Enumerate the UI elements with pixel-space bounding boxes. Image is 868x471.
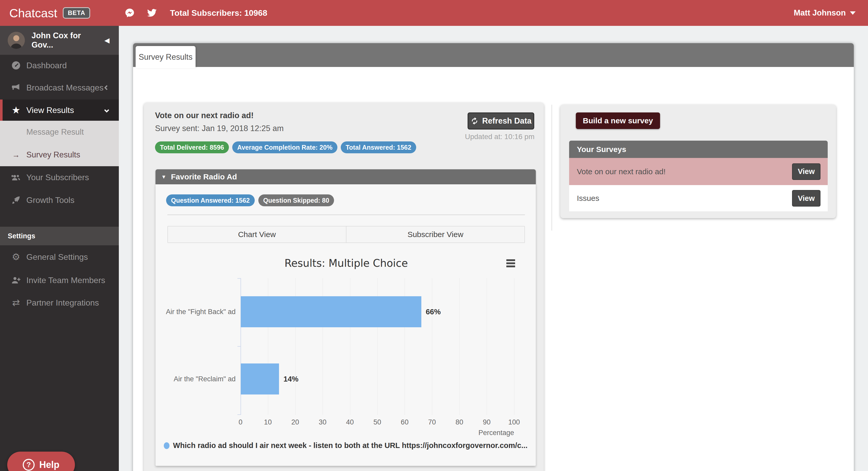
megaphone-icon — [10, 83, 22, 92]
surveys-card: Build a new survey Your Surveys Vote on … — [560, 105, 836, 218]
divider — [167, 214, 525, 215]
star-icon: ★ — [10, 105, 22, 115]
survey-row-label: Vote on our next radio ad! — [577, 167, 666, 176]
x-tick-label: 100 — [508, 418, 520, 426]
column-divider — [552, 105, 552, 231]
legend-marker — [164, 442, 169, 449]
submenu-item-label: Survey Results — [26, 150, 80, 159]
question-panel: ▼ Favorite Radio Ad Question Answered: 1… — [156, 169, 536, 466]
x-tick-label: 60 — [401, 418, 408, 426]
x-tick-label: 10 — [264, 418, 272, 426]
sidebar-item-label: Broadcast Messages — [26, 83, 105, 92]
sidebar-item-label: View Results — [26, 106, 105, 115]
person-plus-icon — [10, 275, 22, 285]
x-axis-ticks: 0102030405060708090100 — [241, 418, 514, 427]
sidebar-item-view-results[interactable]: ★ View Results — [0, 99, 119, 121]
chart-plot-area: Air the "Fight Back" ad66%Air the "Recla… — [241, 278, 514, 415]
question-panel-body: Question Answered: 1562 Question Skipped… — [156, 184, 536, 466]
gridline — [487, 278, 487, 415]
tab-survey-results[interactable]: Survey Results — [135, 46, 195, 68]
messenger-icon[interactable] — [125, 8, 135, 18]
category-label: Air the "Fight Back" ad — [153, 296, 236, 327]
x-tick-label: 50 — [373, 418, 381, 426]
beta-badge: BETA — [63, 7, 90, 19]
badge-total-delivered: Total Delivered: 8596 — [155, 141, 229, 153]
tab-chart-view[interactable]: Chart View — [168, 227, 346, 242]
sidebar-item-label: General Settings — [26, 252, 119, 262]
badge-completion-rate: Average Completion Rate: 20% — [232, 141, 337, 153]
top-bar: Chatcast ··· BETA Total Subscribers: 109… — [0, 0, 868, 26]
surveys-table-header: Your Surveys — [569, 141, 828, 158]
sidebar-item-label: Growth Tools — [26, 196, 119, 205]
x-tick-label: 80 — [456, 418, 463, 426]
sidebar-item-label: Partner Integrations — [26, 298, 119, 307]
app-logo[interactable]: Chatcast ··· BETA — [9, 0, 90, 26]
main-area: Survey Results Vote on our next radio ad… — [119, 26, 868, 471]
submenu-item-label: Message Result — [26, 127, 84, 137]
tab-subscriber-view[interactable]: Subscriber View — [346, 227, 524, 242]
badge-question-skipped: Question Skipped: 80 — [258, 195, 334, 206]
survey-row-label: Issues — [577, 194, 599, 203]
survey-sent-date: Survey sent: Jan 19, 2018 12:25 am — [155, 124, 284, 133]
bar-segment[interactable] — [241, 363, 279, 394]
build-new-survey-button[interactable]: Build a new survey — [576, 113, 660, 129]
y-axis-tick — [238, 278, 241, 279]
survey-row-radio-ad: Vote on our next radio ad! View — [569, 158, 828, 185]
chevron-down-icon — [104, 108, 109, 113]
gear-icon: ⚙ — [10, 252, 22, 262]
chevron-left-icon — [104, 85, 109, 90]
bar-segment[interactable] — [241, 296, 421, 327]
legend-label: Which radio ad should I air next week - … — [173, 441, 528, 450]
sidebar-item-label: Invite Team Members — [26, 275, 119, 285]
view-button[interactable]: View — [792, 164, 820, 180]
x-tick-label: 90 — [483, 418, 491, 426]
sidebar-item-your-subscribers[interactable]: Your Subscribers — [0, 167, 119, 188]
help-button[interactable]: ? Help — [7, 451, 75, 471]
refresh-data-button[interactable]: Refresh Data — [468, 113, 534, 129]
users-icon — [10, 172, 22, 182]
sidebar-item-general-settings[interactable]: ⚙ General Settings — [0, 246, 119, 268]
view-button[interactable]: View — [792, 190, 820, 207]
settings-section-header: Settings — [0, 227, 119, 245]
updated-at: Updated at: 10:16 pm — [443, 133, 534, 141]
y-axis-tick — [238, 414, 241, 415]
submenu-item-survey-results[interactable]: → Survey Results — [0, 144, 119, 166]
view-results-submenu: Message Result → Survey Results — [0, 121, 119, 166]
sidebar-item-dashboard[interactable]: Dashboard — [0, 55, 119, 76]
submenu-item-message-result[interactable]: Message Result — [0, 121, 119, 144]
sidebar-item-label: Dashboard — [26, 61, 119, 70]
question-panel-header[interactable]: ▼ Favorite Radio Ad — [156, 169, 536, 184]
question-title: Favorite Radio Ad — [171, 172, 237, 181]
rocket-icon — [10, 195, 22, 205]
sidebar: John Cox for Gov... ◀ Dashboard Broadcas… — [0, 26, 119, 471]
caret-down-icon — [850, 11, 856, 15]
refresh-icon — [470, 117, 479, 125]
avatar — [8, 32, 25, 49]
user-name: Matt Johnson — [794, 8, 846, 18]
x-tick-label: 20 — [291, 418, 299, 426]
view-toggle: Chart View Subscriber View — [167, 226, 525, 243]
triangle-down-icon: ▼ — [161, 174, 166, 180]
account-switcher[interactable]: John Cox for Gov... ◀ — [0, 26, 119, 55]
survey-card: Vote on our next radio ad! Survey sent: … — [144, 102, 544, 471]
x-tick-label: 30 — [319, 418, 327, 426]
chart-menu-icon[interactable] — [506, 259, 515, 269]
surveys-table: Your Surveys Vote on our next radio ad! … — [569, 141, 828, 212]
badge-total-answered: Total Answered: 1562 — [341, 141, 416, 153]
user-menu[interactable]: Matt Johnson — [794, 0, 856, 26]
sidebar-item-growth-tools[interactable]: Growth Tools — [0, 189, 119, 211]
sidebar-item-broadcast-messages[interactable]: Broadcast Messages — [0, 77, 119, 98]
logo-dots: ··· — [11, 12, 18, 18]
twitter-icon[interactable] — [147, 8, 157, 18]
chart-title: Results: Multiple Choice — [167, 257, 525, 269]
chart-legend[interactable]: Which radio ad should I air next week - … — [156, 441, 536, 450]
collapse-sidebar-icon[interactable]: ◀ — [104, 36, 110, 45]
x-tick-label: 0 — [239, 418, 242, 426]
sidebar-item-invite-team-members[interactable]: Invite Team Members — [0, 270, 119, 291]
gauge-icon — [10, 60, 22, 70]
content-panel: Survey Results Vote on our next radio ad… — [133, 43, 854, 471]
badge-question-answered: Question Answered: 1562 — [166, 195, 255, 206]
sidebar-item-partner-integrations[interactable]: ⇄ Partner Integrations — [0, 292, 119, 313]
x-axis-label: Percentage — [241, 429, 514, 437]
survey-row-issues: Issues View — [569, 185, 828, 212]
